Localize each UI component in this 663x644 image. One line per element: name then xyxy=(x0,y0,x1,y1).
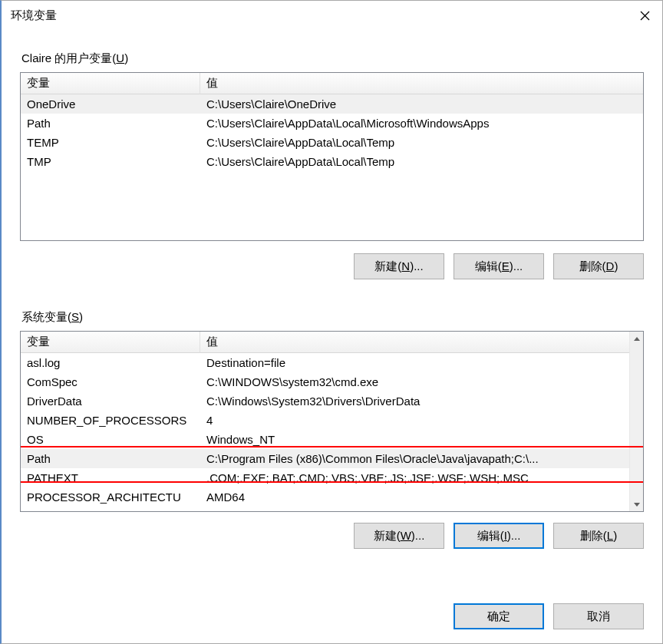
user-new-button[interactable]: 新建(N)... xyxy=(354,253,444,279)
table-row[interactable]: asl.logDestination=file xyxy=(21,353,629,372)
col-header-name[interactable]: 变量 xyxy=(21,73,200,94)
cell-name: ComSpec xyxy=(21,372,200,391)
dialog-content: Claire 的用户变量(U) 变量 值 OneDriveC:\Users\Cl… xyxy=(2,30,662,603)
close-icon[interactable] xyxy=(627,3,662,28)
user-vars-label: Claire 的用户变量(U) xyxy=(21,51,644,66)
cell-name: TEMP xyxy=(21,133,200,152)
cell-value: .COM;.EXE;.BAT;.CMD;.VBS;.VBE;.JS;.JSE;.… xyxy=(200,468,629,487)
cell-value: AMD64 xyxy=(200,487,629,507)
table-row[interactable]: PathC:\Program Files (x86)\Common Files\… xyxy=(21,449,629,468)
cell-name: OS xyxy=(21,430,200,449)
user-list-header: 变量 值 xyxy=(21,73,643,94)
user-buttons-row: 新建(N)... 编辑(E)... 删除(D) xyxy=(20,253,644,279)
cell-name: TMP xyxy=(21,152,200,171)
user-vars-list[interactable]: 变量 值 OneDriveC:\Users\Claire\OneDrivePat… xyxy=(20,72,644,241)
table-row[interactable]: TEMPC:\Users\Claire\AppData\Local\Temp xyxy=(21,133,643,152)
table-row[interactable]: PATHEXT.COM;.EXE;.BAT;.CMD;.VBS;.VBE;.JS… xyxy=(21,468,629,487)
dialog-footer: 确定 取消 xyxy=(2,603,662,643)
table-row[interactable]: OneDriveC:\Users\Claire\OneDrive xyxy=(21,94,643,114)
table-row[interactable]: NUMBER_OF_PROCESSORS4 xyxy=(21,411,629,430)
cell-value: Windows_NT xyxy=(200,430,629,449)
system-scrollbar[interactable] xyxy=(629,332,643,511)
user-edit-button[interactable]: 编辑(E)... xyxy=(454,253,544,279)
scroll-thumb[interactable] xyxy=(630,345,643,497)
scroll-up-icon[interactable] xyxy=(630,332,643,345)
environment-variables-dialog: 环境变量 Claire 的用户变量(U) 变量 值 OneDriveC:\Use… xyxy=(0,0,663,644)
cell-name: NUMBER_OF_PROCESSORS xyxy=(21,411,200,430)
cell-value: C:\Windows\System32\Drivers\DriverData xyxy=(200,391,629,411)
cell-value: C:\Users\Claire\AppData\Local\Temp xyxy=(200,152,643,171)
cell-name: Path xyxy=(21,449,200,468)
cell-name: PATHEXT xyxy=(21,468,200,487)
table-row[interactable]: ComSpecC:\WINDOWS\system32\cmd.exe xyxy=(21,372,629,391)
cell-value: C:\Users\Claire\AppData\Local\Temp xyxy=(200,133,643,152)
system-buttons-row: 新建(W)... 编辑(I)... 删除(L) xyxy=(20,523,644,549)
col-header-name[interactable]: 变量 xyxy=(21,332,200,353)
cell-value: C:\Program Files (x86)\Common Files\Orac… xyxy=(200,449,629,468)
system-vars-label: 系统变量(S) xyxy=(21,310,644,325)
system-rows: asl.logDestination=fileComSpecC:\WINDOWS… xyxy=(21,353,629,507)
table-row[interactable]: TMPC:\Users\Claire\AppData\Local\Temp xyxy=(21,152,643,171)
table-row[interactable]: OSWindows_NT xyxy=(21,430,629,449)
titlebar: 环境变量 xyxy=(2,1,662,30)
user-rows: OneDriveC:\Users\Claire\OneDrivePathC:\U… xyxy=(21,94,643,171)
cell-name: Path xyxy=(21,114,200,133)
cancel-button[interactable]: 取消 xyxy=(553,603,644,629)
system-delete-button[interactable]: 删除(L) xyxy=(553,523,644,549)
scroll-down-icon[interactable] xyxy=(630,497,643,511)
col-header-value[interactable]: 值 xyxy=(200,73,643,94)
cell-name: OneDrive xyxy=(21,94,200,114)
cell-value: 4 xyxy=(200,411,629,430)
cell-value: Destination=file xyxy=(200,353,629,372)
window-title: 环境变量 xyxy=(11,8,57,23)
cell-name: DriverData xyxy=(21,391,200,411)
system-list-header: 变量 值 xyxy=(21,332,629,353)
table-row[interactable]: PROCESSOR_ARCHITECTUAMD64 xyxy=(21,487,629,507)
cell-name: asl.log xyxy=(21,353,200,372)
system-edit-button[interactable]: 编辑(I)... xyxy=(454,523,544,549)
cell-value: C:\WINDOWS\system32\cmd.exe xyxy=(200,372,629,391)
system-vars-list[interactable]: 变量 值 asl.logDestination=fileComSpecC:\WI… xyxy=(20,331,644,512)
cell-name: PROCESSOR_ARCHITECTU xyxy=(21,487,200,507)
cell-value: C:\Users\Claire\OneDrive xyxy=(200,94,643,114)
ok-button[interactable]: 确定 xyxy=(454,603,544,629)
user-delete-button[interactable]: 删除(D) xyxy=(553,253,644,279)
table-row[interactable]: DriverDataC:\Windows\System32\Drivers\Dr… xyxy=(21,391,629,411)
system-new-button[interactable]: 新建(W)... xyxy=(354,523,444,549)
col-header-value[interactable]: 值 xyxy=(200,332,629,353)
table-row[interactable]: PathC:\Users\Claire\AppData\Local\Micros… xyxy=(21,114,643,133)
cell-value: C:\Users\Claire\AppData\Local\Microsoft\… xyxy=(200,114,643,133)
